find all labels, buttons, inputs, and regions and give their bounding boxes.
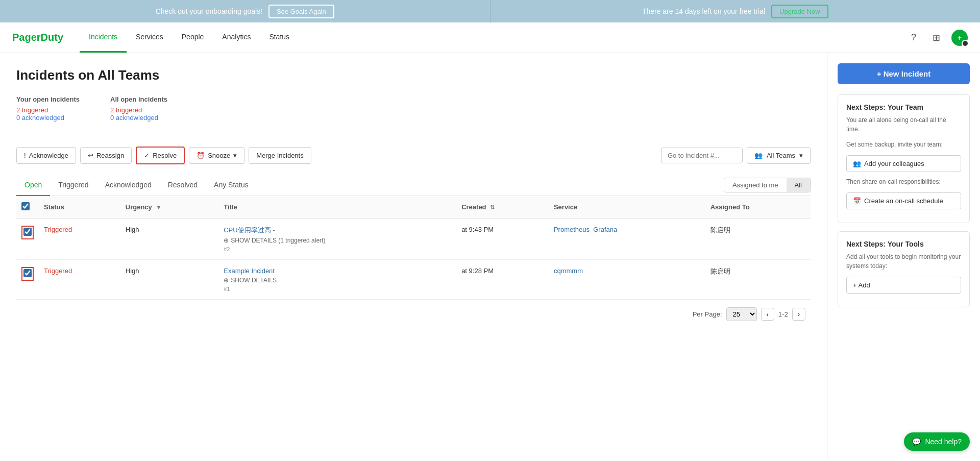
- row2-status: Triggered: [39, 260, 120, 300]
- upgrade-now-button[interactable]: Upgrade Now: [771, 5, 828, 18]
- all-teams-label: All Teams: [767, 152, 795, 159]
- snooze-dropdown-icon: ▾: [233, 152, 237, 159]
- row1-service-link[interactable]: Prometheus_Grafana: [554, 226, 617, 233]
- row1-urgency: High: [120, 219, 218, 260]
- new-incident-button[interactable]: + New Incident: [838, 63, 970, 84]
- row2-checkbox-cell: [16, 260, 39, 300]
- your-triggered[interactable]: 2 triggered: [16, 106, 80, 114]
- resolve-label: Resolve: [153, 152, 177, 159]
- nav-services[interactable]: Services: [127, 22, 173, 53]
- go-to-incident-input[interactable]: [661, 148, 743, 163]
- row2-checkbox[interactable]: [23, 269, 32, 277]
- tab-open[interactable]: Open: [16, 175, 50, 196]
- resolve-icon: ✓: [144, 152, 150, 159]
- teams-chevron-icon: ▾: [799, 152, 803, 159]
- stats-row: Your open incidents 2 triggered 0 acknow…: [16, 95, 811, 132]
- next-steps-team-desc3: Then share on-call responsibilities:: [846, 177, 961, 186]
- row1-status-label[interactable]: Triggered: [44, 226, 72, 233]
- nav-analytics[interactable]: Analytics: [213, 22, 260, 53]
- nav-status[interactable]: Status: [260, 22, 299, 53]
- expand-icon: ⊕: [224, 237, 229, 244]
- acknowledge-label: Acknowledge: [29, 152, 68, 159]
- next-steps-tools-title: Next Steps: Your Tools: [846, 240, 961, 248]
- merge-incidents-button[interactable]: Merge Incidents: [249, 147, 311, 164]
- resolve-button[interactable]: ✓ Resolve: [136, 147, 185, 164]
- row2-title-link[interactable]: Example Incident: [224, 267, 451, 275]
- filter-assigned-to-me[interactable]: Assigned to me: [724, 178, 787, 192]
- next-steps-team-desc2: Get some backup, invite your team:: [846, 140, 961, 149]
- row2-service-link[interactable]: cqmmmm: [554, 267, 583, 275]
- nav-people[interactable]: People: [173, 22, 213, 53]
- need-help-button[interactable]: 💬 Need help?: [904, 432, 970, 451]
- navbar: PagerDuty Incidents Services People Anal…: [0, 22, 980, 53]
- next-steps-team-title: Next Steps: Your Team: [846, 103, 961, 111]
- logo[interactable]: PagerDuty: [12, 32, 63, 43]
- row1-checkbox[interactable]: [23, 228, 32, 236]
- tab-any-status[interactable]: Any Status: [206, 175, 257, 196]
- tab-triggered[interactable]: Triggered: [50, 175, 96, 196]
- colleagues-icon: 👥: [853, 160, 861, 167]
- row1-assigned-to: 陈启明: [705, 219, 811, 260]
- next-steps-team-card: Next Steps: Your Team You are all alone …: [838, 94, 970, 223]
- your-acknowledged[interactable]: 0 acknowledged: [16, 114, 80, 122]
- col-urgency: Urgency ▼: [120, 196, 218, 219]
- tab-acknowledged[interactable]: Acknowledged: [97, 175, 160, 196]
- go-to-incident-wrapper: [661, 148, 743, 163]
- snooze-button[interactable]: ⏰ Snooze ▾: [189, 147, 244, 164]
- all-teams-dropdown[interactable]: 👥 All Teams ▾: [747, 147, 811, 164]
- acknowledge-button[interactable]: ! Acknowledge: [16, 147, 76, 164]
- your-open-incidents: Your open incidents 2 triggered 0 acknow…: [16, 95, 80, 122]
- acknowledge-icon: !: [24, 152, 26, 159]
- content-area: Incidents on All Teams Your open inciden…: [0, 53, 827, 461]
- nav-right: ? ⊞ +: [906, 30, 968, 46]
- next-page-button[interactable]: ›: [792, 308, 805, 321]
- merge-label: Merge Incidents: [256, 152, 304, 159]
- filter-all[interactable]: All: [787, 178, 810, 192]
- banner-right-text: There are 14 days left on your free tria…: [642, 7, 765, 15]
- per-page-select[interactable]: 25 50 100: [726, 307, 757, 321]
- col-status: Status: [39, 196, 120, 219]
- next-steps-team-desc1: You are all alone being on-call all the …: [846, 115, 961, 134]
- col-service: Service: [549, 196, 705, 219]
- row2-title-cell: Example Incident ⊕ SHOW DETAILS #1: [218, 260, 456, 300]
- add-colleagues-button[interactable]: 👥 Add your colleagues: [846, 155, 961, 172]
- all-triggered[interactable]: 2 triggered: [110, 106, 167, 114]
- reassign-icon: ↩: [88, 152, 93, 159]
- select-all-checkbox[interactable]: [21, 202, 30, 210]
- nav-incidents[interactable]: Incidents: [80, 22, 127, 53]
- row1-show-details[interactable]: ⊕ SHOW DETAILS (1 triggered alert): [224, 237, 451, 244]
- urgency-sort-icon[interactable]: ▼: [156, 204, 161, 210]
- row1-status: Triggered: [39, 219, 120, 260]
- row2-show-details[interactable]: ⊕ SHOW DETAILS: [224, 277, 451, 284]
- all-acknowledged[interactable]: 0 acknowledged: [110, 114, 167, 122]
- row1-show-details-label: SHOW DETAILS (1 triggered alert): [231, 237, 325, 244]
- banner-left-text: Check out your onboarding goals!: [156, 7, 262, 15]
- prev-page-button[interactable]: ‹: [761, 308, 774, 321]
- right-sidebar: + New Incident Next Steps: Your Team You…: [827, 53, 980, 461]
- grid-icon[interactable]: ⊞: [929, 31, 943, 45]
- row1-title-cell: CPU使用率过高 - ⊕ SHOW DETAILS (1 triggered a…: [218, 219, 456, 260]
- help-icon[interactable]: ?: [906, 31, 921, 45]
- add-tools-button[interactable]: + Add: [846, 277, 961, 294]
- all-open-incidents: All open incidents 2 triggered 0 acknowl…: [110, 95, 167, 122]
- tabs-row: Open Triggered Acknowledged Resolved Any…: [16, 175, 811, 196]
- expand-icon-2: ⊕: [224, 277, 229, 284]
- banner-right: There are 14 days left on your free tria…: [491, 0, 981, 22]
- table-row: Triggered High Example Incident ⊕ SHOW D…: [16, 260, 811, 300]
- row2-created: at 9:28 PM: [456, 260, 549, 300]
- avatar[interactable]: +: [951, 30, 968, 46]
- row2-status-label[interactable]: Triggered: [44, 267, 72, 275]
- banner-left: Check out your onboarding goals! See Goa…: [0, 0, 491, 22]
- created-sort-icon[interactable]: ⇅: [490, 204, 495, 210]
- tab-resolved[interactable]: Resolved: [160, 175, 206, 196]
- calendar-icon: 📅: [853, 197, 861, 205]
- row1-title-link[interactable]: CPU使用率过高 -: [224, 226, 451, 235]
- all-open-heading: All open incidents: [110, 95, 167, 103]
- reassign-button[interactable]: ↩ Reassign: [80, 147, 132, 164]
- snooze-label: Snooze: [208, 152, 230, 159]
- table-row: Triggered High CPU使用率过高 - ⊕ SHOW DETAILS…: [16, 219, 811, 260]
- see-goals-button[interactable]: See Goals Again: [268, 5, 334, 18]
- create-oncall-button[interactable]: 📅 Create an on-call schedule: [846, 192, 961, 209]
- row1-service: Prometheus_Grafana: [549, 219, 705, 260]
- row1-checkbox-wrapper: [21, 226, 34, 239]
